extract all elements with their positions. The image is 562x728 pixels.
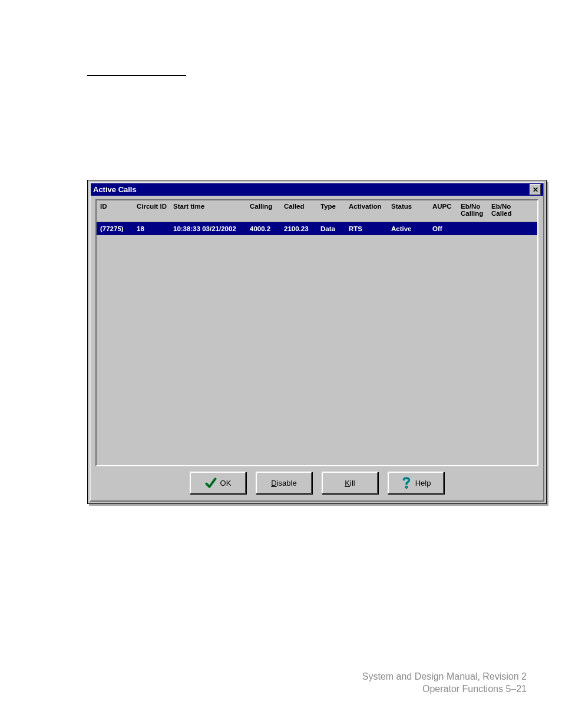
section-rule — [87, 75, 186, 76]
cell-status: Active — [391, 225, 432, 232]
active-calls-dialog: Active Calls ✕ ID Circuit ID Start time … — [87, 180, 547, 504]
cell-circuit-id: 18 — [137, 225, 173, 232]
header-aupc: AUPC — [432, 203, 461, 210]
close-icon: ✕ — [533, 186, 538, 194]
ok-label: OK — [220, 479, 232, 487]
table-row[interactable]: (77275) 18 10:38:33 03/21/2002 4000.2 21… — [97, 222, 537, 235]
dialog-inner: Active Calls ✕ ID Circuit ID Start time … — [90, 182, 544, 502]
cell-aupc: Off — [432, 225, 461, 232]
header-circuit-id: Circuit ID — [137, 203, 173, 210]
title-bar: Active Calls ✕ — [91, 183, 543, 196]
ok-button[interactable]: OK — [190, 472, 246, 494]
help-button[interactable]: Help — [388, 472, 444, 494]
calls-list[interactable]: ID Circuit ID Start time Calling Called … — [95, 199, 538, 466]
cell-type: Data — [320, 225, 349, 232]
list-header: ID Circuit ID Start time Calling Called … — [97, 200, 537, 222]
help-label: Help — [415, 479, 431, 487]
page-footer: System and Design Manual, Revision 2 Ope… — [362, 671, 527, 696]
kill-label: Kill — [345, 479, 355, 487]
cell-calling: 4000.2 — [250, 225, 284, 232]
dialog-title: Active Calls — [93, 183, 137, 196]
header-type: Type — [320, 203, 349, 210]
cell-activation: RTS — [349, 225, 391, 232]
header-activation: Activation — [349, 203, 391, 210]
close-button[interactable]: ✕ — [530, 184, 541, 195]
header-start-time: Start time — [173, 203, 250, 210]
header-calling: Calling — [250, 203, 284, 210]
header-ebno-calling: Eb/No Calling — [461, 203, 491, 217]
button-row: OK Disable Kill Help — [91, 471, 543, 495]
question-icon — [401, 476, 412, 490]
header-ebno-called: Eb/No Called — [491, 203, 522, 217]
kill-button[interactable]: Kill — [322, 472, 378, 494]
footer-line-1: System and Design Manual, Revision 2 — [362, 671, 527, 683]
check-icon — [205, 476, 217, 489]
footer-line-2: Operator Functions 5–21 — [362, 683, 527, 696]
header-status: Status — [391, 203, 432, 210]
disable-label: Disable — [271, 479, 296, 487]
disable-button[interactable]: Disable — [256, 472, 312, 494]
header-id: ID — [100, 203, 137, 210]
cell-id: (77275) — [100, 225, 137, 232]
cell-start-time: 10:38:33 03/21/2002 — [173, 225, 250, 232]
cell-called: 2100.23 — [284, 225, 320, 232]
header-called: Called — [284, 203, 320, 210]
